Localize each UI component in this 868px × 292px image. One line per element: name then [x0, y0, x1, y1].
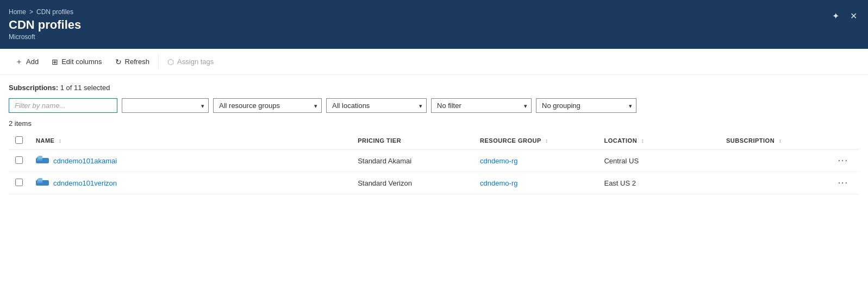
rg-sort-icon[interactable]: ↕ — [545, 138, 548, 144]
sub-sort-icon[interactable]: ↕ — [779, 138, 782, 144]
subscription-filter-wrapper: ▾ — [122, 98, 209, 113]
row-subscription-cell-1 — [720, 172, 827, 194]
add-button[interactable]: ＋ Add — [9, 54, 45, 70]
svg-rect-5 — [38, 178, 42, 181]
page-title: CDN profiles — [9, 18, 859, 32]
row-location-cell-0: Central US — [597, 150, 720, 172]
table-header-row: NAME ↕ PRICING TIER RESOURCE GROUP ↕ LOC… — [9, 132, 859, 150]
row-more-button-0[interactable]: ··· — [834, 155, 853, 166]
row-more-button-1[interactable]: ··· — [834, 177, 853, 188]
resource-group-filter[interactable]: All resource groups — [213, 98, 322, 113]
resource-group-filter-wrapper: All resource groups ▾ — [213, 98, 322, 113]
close-button[interactable]: ✕ — [848, 9, 859, 23]
table-row: cdndemo101verizon Standard Verizon cdnde… — [9, 172, 859, 194]
add-label: Add — [26, 58, 39, 66]
row-name-link-0[interactable]: cdndemo101akamai — [53, 157, 117, 165]
name-sort-icon[interactable]: ↕ — [59, 138, 62, 144]
pin-button[interactable]: ✦ — [830, 9, 841, 23]
edit-columns-button[interactable]: ⊞ Edit columns — [45, 54, 108, 69]
subscription-filter[interactable] — [122, 98, 209, 113]
row-name-cell-1: cdndemo101verizon — [29, 172, 351, 194]
row-name-cell-0: cdndemo101akamai — [29, 150, 351, 172]
row-more-cell-0: ··· — [827, 150, 859, 172]
refresh-button[interactable]: ↻ Refresh — [109, 54, 157, 69]
row-location-cell-1: East US 2 — [597, 172, 720, 194]
toolbar: ＋ Add ⊞ Edit columns ↻ Refresh ⬡ Assign … — [0, 49, 868, 75]
columns-icon: ⊞ — [52, 58, 58, 66]
row-rg-cell-0: cdndemo-rg — [473, 150, 597, 172]
table-row: cdndemo101akamai Standard Akamai cdndemo… — [9, 150, 859, 172]
add-icon: ＋ — [15, 57, 23, 67]
subscriptions-label-text: Subscriptions: — [9, 84, 58, 92]
select-all-cell — [9, 132, 29, 150]
breadcrumb-home[interactable]: Home — [9, 8, 26, 16]
no-filter-wrapper: No filter ▾ — [431, 98, 532, 113]
assign-tags-button[interactable]: ⬡ Assign tags — [161, 54, 220, 69]
edit-columns-label: Edit columns — [61, 58, 102, 66]
row-rg-link-1[interactable]: cdndemo-rg — [480, 179, 517, 187]
row-checkbox-cell-0 — [9, 150, 29, 172]
toolbar-separator — [158, 54, 159, 69]
filters-row: ▾ All resource groups ▾ All locations ▾ … — [9, 98, 859, 113]
row-name-link-1[interactable]: cdndemo101verizon — [53, 179, 117, 187]
items-count: 2 items — [9, 119, 859, 128]
location-filter[interactable]: All locations — [326, 98, 427, 113]
cdn-profile-icon — [36, 178, 49, 188]
page-subtitle: Microsoft — [9, 33, 859, 41]
no-filter-select[interactable]: No filter — [431, 98, 532, 113]
breadcrumb-separator: > — [29, 8, 33, 16]
select-all-checkbox[interactable] — [15, 136, 23, 144]
no-grouping-select[interactable]: No grouping — [536, 98, 636, 113]
col-header-subscription: SUBSCRIPTION ↕ — [720, 132, 827, 150]
cdn-icon-0 — [36, 156, 49, 166]
col-header-location: LOCATION ↕ — [597, 132, 720, 150]
refresh-label: Refresh — [125, 58, 150, 66]
row-checkbox-0[interactable] — [15, 156, 23, 164]
refresh-icon: ↻ — [115, 58, 122, 66]
col-header-resource-group: RESOURCE GROUP ↕ — [473, 132, 597, 150]
no-grouping-wrapper: No grouping ▾ — [536, 98, 636, 113]
col-header-pricing: PRICING TIER — [351, 132, 473, 150]
row-rg-cell-1: cdndemo-rg — [473, 172, 597, 194]
row-more-cell-1: ··· — [827, 172, 859, 194]
location-filter-wrapper: All locations ▾ — [326, 98, 427, 113]
svg-rect-2 — [38, 156, 42, 159]
assign-tags-label: Assign tags — [177, 58, 214, 66]
tag-icon: ⬡ — [167, 58, 174, 66]
cdn-profile-icon — [36, 156, 49, 166]
col-header-name: NAME ↕ — [29, 132, 351, 150]
header-action-buttons: ✦ ✕ — [830, 9, 859, 23]
row-subscription-cell-0 — [720, 150, 827, 172]
subscriptions-value: 1 of 11 selected — [60, 84, 110, 92]
loc-sort-icon[interactable]: ↕ — [641, 138, 645, 144]
main-content: Subscriptions: 1 of 11 selected ▾ All re… — [0, 75, 868, 292]
row-checkbox-cell-1 — [9, 172, 29, 194]
breadcrumb-current: CDN profiles — [36, 8, 73, 16]
col-header-more — [827, 132, 859, 150]
row-pricing-cell-0: Standard Akamai — [351, 150, 473, 172]
subscriptions-info: Subscriptions: 1 of 11 selected — [9, 84, 859, 92]
filter-by-name-input[interactable] — [9, 98, 117, 113]
row-pricing-cell-1: Standard Verizon — [351, 172, 473, 194]
row-checkbox-1[interactable] — [15, 179, 23, 186]
row-rg-link-0[interactable]: cdndemo-rg — [480, 157, 517, 165]
cdn-icon-1 — [36, 178, 49, 188]
page-header: Home > CDN profiles CDN profiles Microso… — [0, 0, 868, 49]
cdn-profiles-table: NAME ↕ PRICING TIER RESOURCE GROUP ↕ LOC… — [9, 132, 859, 194]
breadcrumb: Home > CDN profiles — [9, 8, 859, 16]
